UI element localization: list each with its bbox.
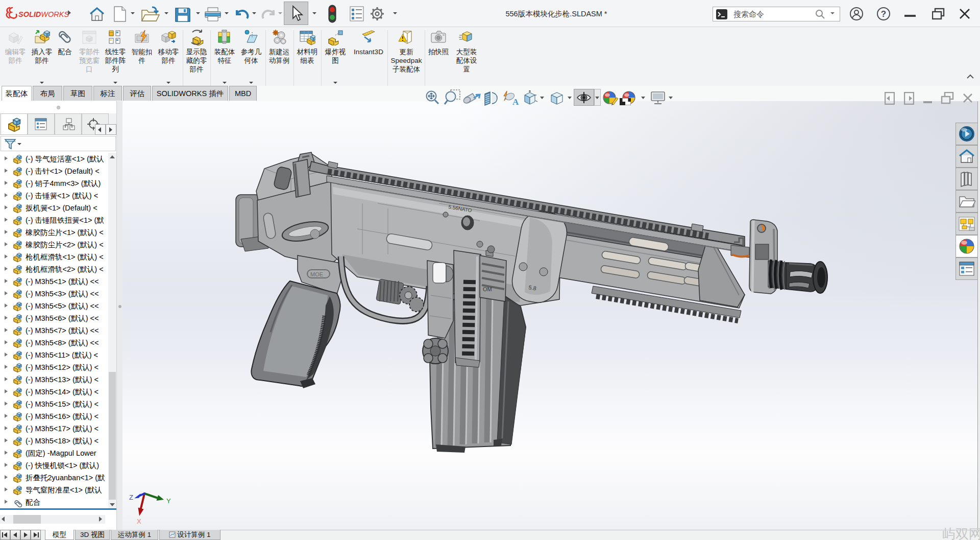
svg-text:Z: Z	[129, 494, 133, 501]
svg-text:Y: Y	[166, 497, 171, 505]
svg-text:?: ?	[881, 9, 886, 19]
svg-text:OM: OM	[483, 286, 492, 292]
svg-text:MOE: MOE	[310, 271, 323, 277]
svg-text:A: A	[512, 97, 519, 106]
svg-text:SOLIDWORKS: SOLIDWORKS	[18, 10, 69, 18]
svg-text:5.8: 5.8	[528, 284, 537, 291]
svg-text:X: X	[137, 518, 141, 525]
